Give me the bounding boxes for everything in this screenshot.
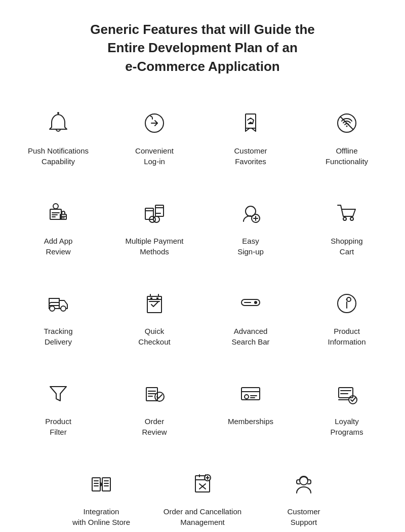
svg-rect-37: [150, 297, 152, 299]
feature-label-easy-signup: EasySign-up: [237, 236, 264, 257]
feature-customer-support: CustomerSupport: [253, 457, 354, 532]
feature-shopping-cart: ShoppingCart: [299, 186, 395, 271]
svg-point-77: [300, 477, 308, 485]
svg-point-9: [346, 126, 348, 127]
page-wrapper: Generic Features that will Guide the Ent…: [0, 0, 405, 532]
feature-label-loyalty-programs: LoyaltyPrograms: [330, 416, 363, 437]
feature-label-memberships: Memberships: [228, 416, 273, 427]
bell-icon: [43, 108, 73, 138]
checkout-icon: [139, 288, 170, 319]
feature-label-order-cancellation: Order and CancellationManagement: [164, 506, 241, 527]
order-review-icon: [139, 378, 170, 409]
star-bookmark-icon: [235, 108, 266, 138]
feature-label-tracking-delivery: TrackingDelivery: [44, 326, 73, 347]
feature-customer-favorites: CustomerFavorites: [202, 96, 299, 181]
feature-label-customer-favorites: CustomerFavorites: [234, 145, 267, 167]
feature-order-review: OrderReview: [106, 366, 202, 451]
membership-icon: [235, 378, 266, 409]
feature-memberships: Memberships: [202, 366, 299, 451]
page-title: Generic Features that will Guide the Ent…: [10, 20, 395, 75]
svg-rect-19: [155, 205, 164, 216]
review-icon: [43, 198, 73, 229]
feature-add-app-review: Add AppReview: [10, 186, 106, 271]
feature-push-notifications: Push NotificationsCapability: [10, 96, 106, 181]
login-icon: [139, 108, 170, 138]
feature-label-order-review: OrderReview: [142, 416, 167, 437]
info-icon: [332, 288, 362, 319]
svg-rect-35: [147, 296, 161, 313]
payment-icon: [139, 198, 170, 229]
feature-label-advanced-search: AdvancedSearch Bar: [231, 326, 269, 347]
support-icon: [289, 469, 319, 499]
feature-product-filter: ProductFilter: [10, 366, 106, 451]
search-icon: [235, 288, 266, 319]
feature-row-4: ProductFilter OrderReview Memberships Lo…: [10, 366, 395, 451]
cart-icon: [332, 198, 362, 229]
cancellation-icon: [187, 469, 218, 499]
feature-multiple-payment: Multiple PaymentMethods: [106, 186, 202, 271]
svg-point-32: [50, 306, 55, 311]
svg-rect-38: [156, 297, 158, 299]
signup-icon: [235, 198, 266, 229]
svg-point-25: [153, 216, 159, 222]
feature-product-info: ProductInformation: [299, 276, 395, 361]
feature-loyalty-programs: LoyaltyPrograms: [299, 366, 395, 451]
filter-icon: [43, 378, 73, 409]
feature-row-3: TrackingDelivery QuickCheckout AdvancedS…: [10, 276, 395, 361]
feature-advanced-search: AdvancedSearch Bar: [202, 276, 299, 361]
svg-rect-3: [246, 114, 256, 128]
feature-convenient-login: ConvenientLog-in: [106, 96, 202, 181]
loyalty-icon: [332, 378, 362, 409]
svg-rect-63: [102, 478, 110, 491]
svg-rect-62: [92, 478, 100, 491]
feature-label-quick-checkout: QuickCheckout: [138, 326, 170, 347]
integration-icon: [86, 469, 116, 499]
feature-label-integration-store: Integrationwith Online Store: [72, 506, 130, 527]
delivery-icon: [43, 288, 73, 319]
feature-row-2: Add AppReview Multiple PaymentMethods Ea…: [10, 186, 395, 271]
feature-order-cancellation: Order and CancellationManagement: [152, 457, 253, 532]
feature-row-1: Push NotificationsCapability ConvenientL…: [10, 96, 395, 181]
feature-label-offline-functionality: OfflineFunctionality: [326, 145, 368, 167]
feature-label-product-info: ProductInformation: [328, 326, 366, 347]
svg-point-31: [350, 217, 353, 220]
feature-label-customer-support: CustomerSupport: [287, 506, 320, 527]
feature-label-multiple-payment: Multiple PaymentMethods: [125, 236, 183, 257]
feature-offline-functionality: OfflineFunctionality: [299, 96, 395, 181]
feature-label-push-notifications: Push NotificationsCapability: [28, 145, 89, 167]
svg-point-12: [53, 204, 58, 209]
feature-quick-checkout: QuickCheckout: [106, 276, 202, 361]
svg-marker-46: [50, 387, 66, 401]
feature-easy-signup: EasySign-up: [202, 186, 299, 271]
svg-point-54: [245, 395, 249, 399]
feature-label-product-filter: ProductFilter: [45, 416, 71, 437]
feature-row-5: Integrationwith Online Store Order and C…: [10, 457, 395, 532]
feature-label-shopping-cart: ShoppingCart: [331, 236, 362, 257]
feature-label-add-app-review: Add AppReview: [44, 236, 73, 257]
svg-point-33: [61, 306, 66, 311]
wifi-off-icon: [332, 108, 362, 138]
feature-integration-store: Integrationwith Online Store: [51, 457, 152, 532]
svg-point-30: [343, 217, 346, 220]
feature-tracking-delivery: TrackingDelivery: [10, 276, 106, 361]
svg-point-40: [254, 301, 257, 304]
feature-label-convenient-login: ConvenientLog-in: [135, 145, 174, 167]
svg-point-1: [57, 112, 59, 114]
